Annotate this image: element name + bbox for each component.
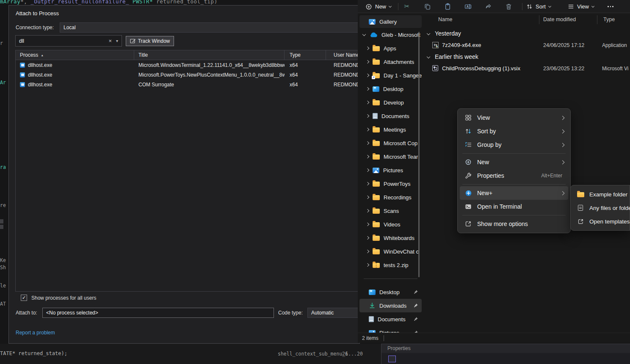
menu-item-group-by[interactable]: Group by [460,138,568,152]
sidebar-item-recordings[interactable]: Recordings [359,190,422,204]
column-header-username[interactable]: User Name [326,50,360,60]
filter-dropdown-icon[interactable]: ▾ [116,39,118,43]
chevron-down-icon[interactable] [427,55,430,58]
sidebar-item-gallery[interactable]: Gallery [359,15,422,28]
menu-item-new[interactable]: New [460,155,568,169]
file-row-childprocessdebugging[interactable]: ChildProcessDebugging (1).vsix 23/06/202… [423,63,630,74]
more-options-button[interactable] [603,1,618,12]
delete-button[interactable] [504,2,513,11]
chevron-right-icon[interactable] [366,74,369,77]
column-header-date-modified[interactable]: Date modified [543,17,576,22]
folder-icon [373,222,380,227]
chevron-right-icon[interactable] [366,182,369,185]
menu-item-sort-by[interactable]: Sort by [460,124,568,138]
rename-button[interactable] [463,2,472,11]
sidebar-item-documents[interactable]: Documents [359,109,422,123]
process-filter-input[interactable]: dll × ▾ [15,35,122,47]
sort-button[interactable]: Sort [526,1,551,12]
sidebar-item-documents-pinned[interactable]: Documents [359,312,422,326]
folder-icon [576,191,585,197]
sidebar-item-scans[interactable]: Scans [359,204,422,218]
sidebar-item-downloads-pinned[interactable]: Downloads [359,299,422,312]
chevron-right-icon[interactable] [366,236,369,240]
chevron-right-icon[interactable] [366,60,369,63]
app-window-icon [20,72,25,77]
folder-icon [373,60,380,65]
chevron-right-icon[interactable] [366,141,369,145]
sidebar-item-onedrive[interactable]: Gleb - Microsoft [359,28,422,41]
share-icon [485,3,492,10]
sidebar-item-whiteboards[interactable]: Whiteboards [359,231,422,245]
copy-button[interactable] [423,2,432,11]
menu-divider [462,184,566,185]
attach-to-input[interactable]: <No process selected> [42,308,274,318]
chevron-right-icon[interactable] [366,209,369,212]
file-icon [576,205,585,211]
file-row-7z2409[interactable]: 7z 7z2409-x64.exe 24/06/2025 17:12 Appli… [423,39,630,51]
group-header-earlier-this-week[interactable]: Earlier this week [423,52,630,62]
process-row[interactable]: dllhost.exe Microsoft.WindowsTerminal_1.… [16,60,360,70]
connection-type-select[interactable]: Local [60,22,359,33]
chevron-right-icon[interactable] [366,87,369,91]
column-divider[interactable] [539,15,539,24]
sidebar-item-videos[interactable]: Videos [359,218,422,231]
chevron-down-icon[interactable] [427,32,430,35]
view-button[interactable]: View [568,1,594,12]
sidebar-item-microsoft-tear[interactable]: Microsoft Tear [359,150,422,163]
column-header-title[interactable]: Title [134,50,285,60]
sidebar-item-apps[interactable]: Apps [359,41,422,55]
process-row[interactable]: dllhost.exe COM Surrogate x64 REDMOND [16,80,360,89]
sidebar-scrollbar[interactable] [418,32,420,277]
sidebar-item-day1[interactable]: ↗Day 1 - Sangee [359,69,422,82]
sidebar-item-desktop[interactable]: Desktop [359,82,422,96]
show-all-users-checkbox[interactable]: ✓ [21,295,27,301]
submenu-item-any-files[interactable]: Any files or folde [572,201,630,215]
sidebar-item-windevchat[interactable]: WinDevChat c [359,245,422,258]
column-header-type[interactable]: Type [285,50,326,60]
clear-filter-icon[interactable]: × [108,38,112,44]
sidebar-item-desktop-pinned[interactable]: Desktop [359,285,422,299]
code-type-select[interactable]: Automatic [307,308,359,318]
sidebar-item-microsoft-cop[interactable]: Microsoft Cop [359,136,422,150]
menu-item-show-more-options[interactable]: Show more options [460,217,568,231]
sidebar-item-powertoys[interactable]: PowerToys [359,177,422,190]
chevron-right-icon[interactable] [366,263,369,267]
chevron-right-icon[interactable] [366,101,369,104]
submenu-item-example-folder[interactable]: Example folder [572,188,630,201]
cut-button[interactable]: ✂ [402,2,412,11]
track-window-button[interactable]: Track Window [126,36,174,46]
chevron-right-icon[interactable] [366,168,369,172]
chevron-right-icon[interactable] [366,128,369,131]
chevron-right-icon[interactable] [366,223,369,226]
column-divider[interactable] [597,15,597,24]
menu-item-new-plus[interactable]: New+ [460,186,568,200]
chevron-right-icon[interactable] [366,155,369,158]
report-problem-link[interactable]: Report a problem [16,330,55,336]
sidebar-item-tests-zip[interactable]: tests 2.zip [359,258,422,272]
menu-item-view[interactable]: View [460,111,568,124]
folder-icon [373,249,380,254]
column-header-type[interactable]: Type [603,17,615,22]
menu-item-properties[interactable]: Properties Alt+Enter [460,169,568,182]
folder-icon [373,236,380,241]
sidebar-item-meetings[interactable]: Meetings [359,123,422,136]
column-header-process[interactable]: Process ▲ [16,50,134,60]
sidebar-item-develop[interactable]: Develop [359,96,422,109]
submenu-item-open-templates[interactable]: Open templates [572,215,630,228]
paste-button[interactable] [443,2,452,11]
column-header-name[interactable]: Name [438,17,452,22]
chevron-down-icon[interactable] [362,32,366,36]
sidebar-item-pictures[interactable]: Pictures [359,163,422,177]
chevron-right-icon[interactable] [366,250,369,253]
new-button[interactable]: New [362,1,395,12]
sidebar-item-pictures-pinned[interactable]: Pictures [359,326,422,333]
process-row[interactable]: dllhost.exe Microsoft.PowerToys.NewPlusC… [16,70,360,80]
chevron-right-icon[interactable] [366,47,369,50]
chevron-right-icon[interactable] [366,114,369,118]
menu-item-open-in-terminal[interactable]: Open in Terminal [460,200,568,213]
chevron-right-icon [561,116,565,120]
chevron-right-icon[interactable] [366,196,369,199]
share-button[interactable] [484,2,493,11]
sidebar-item-attachments[interactable]: Attachments [359,55,422,69]
group-header-yesterday[interactable]: Yesterday [423,28,630,39]
